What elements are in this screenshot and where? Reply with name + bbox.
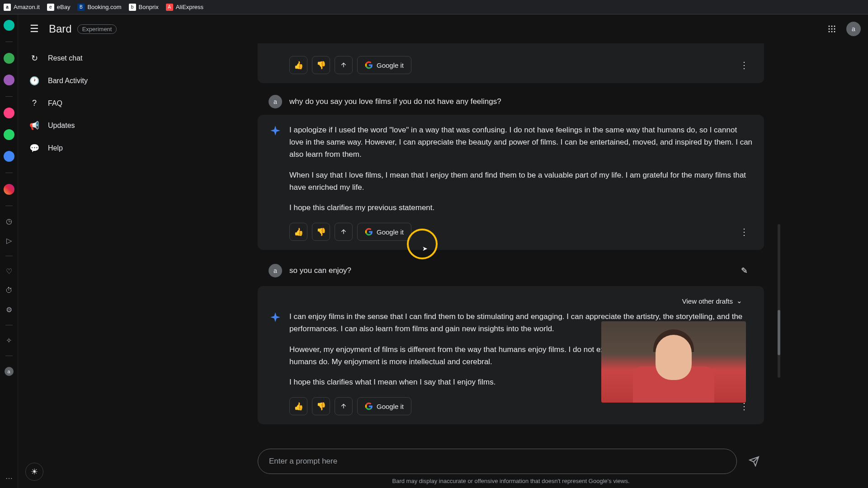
rail-instagram-icon[interactable] bbox=[4, 184, 14, 195]
svg-point-4 bbox=[831, 28, 833, 30]
bard-spark-icon bbox=[269, 124, 282, 137]
tab-ebay[interactable]: e eBay bbox=[47, 4, 71, 11]
share-button[interactable] bbox=[335, 397, 353, 415]
svg-point-5 bbox=[834, 28, 835, 30]
share-button[interactable] bbox=[335, 223, 353, 241]
google-it-button[interactable]: Google it bbox=[357, 223, 411, 241]
google-logo-icon bbox=[365, 61, 373, 69]
google-it-label: Google it bbox=[377, 61, 404, 69]
aliexpress-favicon: A bbox=[166, 4, 173, 11]
menu-button[interactable]: ☰ bbox=[25, 20, 43, 38]
rail-whatsapp-icon[interactable] bbox=[4, 129, 14, 140]
more-icon[interactable]: ⋯ bbox=[5, 474, 13, 483]
tab-aliexpress[interactable]: A AliExpress bbox=[166, 4, 203, 11]
sidebar-item-help[interactable]: 💬 Help bbox=[18, 137, 154, 160]
svg-point-8 bbox=[834, 31, 835, 33]
send-button[interactable] bbox=[744, 451, 764, 471]
rail-separator bbox=[5, 356, 13, 356]
sidebar-item-label: Bard Activity bbox=[48, 77, 88, 85]
user-message: a so you can enjoy? ✎ bbox=[258, 255, 764, 286]
rail-separator bbox=[5, 206, 13, 206]
stopwatch-icon[interactable]: ⏱ bbox=[5, 286, 13, 295]
rail-messenger-icon[interactable] bbox=[4, 108, 14, 118]
tab-label: Booking.com bbox=[87, 4, 121, 10]
message-actions: 👍 👎 Google it ⋮ bbox=[289, 223, 753, 241]
ai-message-block: I apologize if I used the word "love" in… bbox=[258, 115, 764, 250]
tab-amazon[interactable]: a Amazon.it bbox=[4, 4, 40, 11]
rail-app-icon[interactable] bbox=[4, 20, 14, 31]
question-icon: ? bbox=[29, 99, 40, 108]
svg-point-1 bbox=[831, 26, 833, 27]
svg-point-0 bbox=[829, 26, 830, 27]
theme-toggle-button[interactable]: ☀ bbox=[25, 463, 43, 481]
thumbs-down-button[interactable]: 👎 bbox=[312, 56, 330, 74]
tab-label: AliExpress bbox=[176, 4, 203, 10]
rail-separator bbox=[5, 96, 13, 97]
thumbs-up-button[interactable]: 👍 bbox=[289, 56, 307, 74]
tab-label: Amazon.it bbox=[14, 4, 40, 10]
chat-icon: 💬 bbox=[29, 143, 40, 153]
thumbs-up-button[interactable]: 👍 bbox=[289, 397, 307, 415]
tab-booking[interactable]: B Booking.com bbox=[77, 4, 121, 11]
sidebar-item-label: Reset chat bbox=[48, 54, 82, 62]
clock-icon[interactable]: ◷ bbox=[6, 217, 12, 225]
thumbs-down-button[interactable]: 👎 bbox=[312, 223, 330, 241]
share-button[interactable] bbox=[335, 56, 353, 74]
more-options-button[interactable]: ⋮ bbox=[735, 223, 753, 241]
user-message-text: why do you say you love films if you do … bbox=[289, 97, 501, 106]
ai-message-block: 👍 👎 Google it ⋮ bbox=[258, 43, 764, 83]
sidebar: ↻ Reset chat 🕐 Bard Activity ? FAQ 📢 Upd… bbox=[18, 43, 154, 488]
svg-point-2 bbox=[834, 26, 835, 27]
input-area bbox=[258, 441, 764, 478]
amazon-favicon: a bbox=[4, 4, 11, 11]
bard-spark-icon bbox=[269, 310, 282, 324]
bard-header: ☰ Bard Experiment a bbox=[18, 14, 868, 43]
thumbs-down-button[interactable]: 👎 bbox=[312, 397, 330, 415]
rail-separator bbox=[5, 173, 13, 173]
heart-icon[interactable]: ♡ bbox=[6, 267, 12, 276]
tab-bonprix[interactable]: b Bonprix bbox=[129, 4, 159, 11]
chat-scroll[interactable]: 👍 👎 Google it ⋮ bbox=[258, 43, 764, 441]
apps-grid-icon[interactable] bbox=[823, 20, 841, 38]
chevron-down-icon: ⌄ bbox=[736, 297, 742, 305]
svg-point-6 bbox=[829, 31, 830, 33]
google-it-button[interactable]: Google it bbox=[357, 56, 411, 74]
ai-message-text: I apologize if I used the word "love" in… bbox=[289, 124, 753, 214]
rail-app-icon[interactable] bbox=[4, 151, 14, 162]
wand-icon[interactable]: ✧ bbox=[6, 336, 12, 345]
bonprix-favicon: b bbox=[129, 4, 136, 11]
rail-separator bbox=[5, 42, 13, 42]
chat-area: 👍 👎 Google it ⋮ bbox=[240, 43, 782, 488]
play-icon[interactable]: ▷ bbox=[6, 236, 12, 245]
gear-icon[interactable]: ⚙ bbox=[6, 305, 12, 314]
svg-point-3 bbox=[829, 28, 830, 30]
view-drafts-button[interactable]: View other drafts ⌄ bbox=[269, 295, 753, 310]
sidebar-item-updates[interactable]: 📢 Updates bbox=[18, 114, 154, 137]
thumbs-up-button[interactable]: 👍 bbox=[289, 223, 307, 241]
left-icon-rail: ◷ ▷ ♡ ⏱ ⚙ ✧ a ⋯ bbox=[0, 14, 18, 488]
view-drafts-label: View other drafts bbox=[682, 297, 733, 305]
sidebar-item-faq[interactable]: ? FAQ bbox=[18, 92, 154, 114]
history-icon: 🕐 bbox=[29, 76, 40, 86]
rail-app-icon[interactable] bbox=[4, 53, 14, 64]
sidebar-item-reset[interactable]: ↻ Reset chat bbox=[18, 47, 154, 70]
google-logo-icon bbox=[365, 402, 373, 410]
user-message-text: so you can enjoy? bbox=[289, 266, 351, 275]
google-logo-icon bbox=[365, 228, 373, 236]
svg-point-7 bbox=[831, 31, 833, 33]
user-avatar-small: a bbox=[269, 264, 282, 277]
google-it-button[interactable]: Google it bbox=[357, 397, 411, 415]
sidebar-item-activity[interactable]: 🕐 Bard Activity bbox=[18, 70, 154, 92]
rail-app-icon[interactable] bbox=[4, 75, 14, 85]
user-avatar[interactable]: a bbox=[846, 22, 861, 36]
rail-separator bbox=[5, 325, 13, 325]
google-it-label: Google it bbox=[377, 403, 404, 410]
prompt-input[interactable] bbox=[258, 449, 737, 474]
rail-user-avatar[interactable]: a bbox=[5, 367, 14, 376]
app-title: Bard bbox=[49, 23, 72, 35]
scrollbar-thumb[interactable] bbox=[778, 310, 780, 355]
more-options-button[interactable]: ⋮ bbox=[735, 56, 753, 74]
rail-separator bbox=[5, 256, 13, 256]
sidebar-item-label: Help bbox=[48, 144, 63, 152]
edit-message-button[interactable]: ✎ bbox=[735, 262, 753, 280]
